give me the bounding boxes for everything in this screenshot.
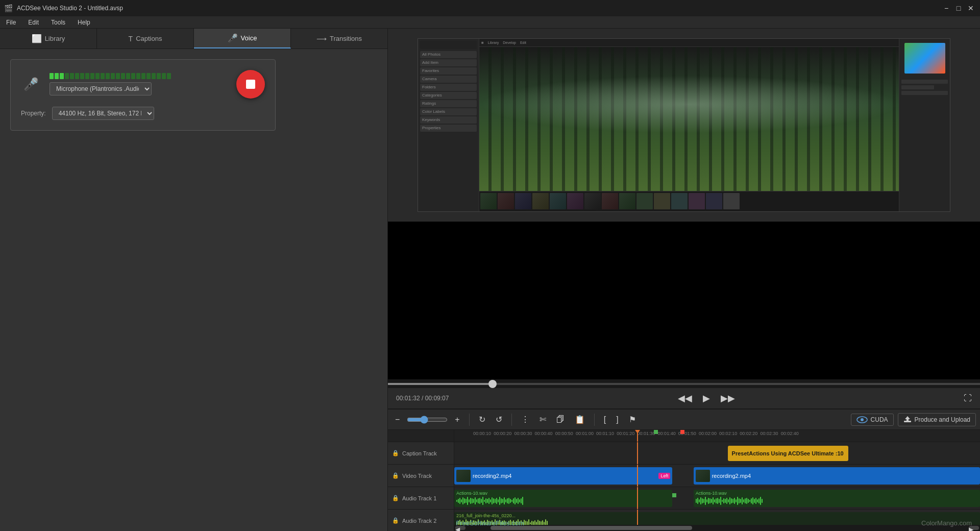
stop-icon (246, 80, 255, 89)
produce-upload-label: Produce and Upload (915, 416, 970, 423)
record-stop-button[interactable] (236, 70, 265, 99)
tab-captions[interactable]: T Captions (97, 29, 194, 49)
level-bar-12 (106, 73, 110, 79)
menu-tools[interactable]: Tools (49, 18, 67, 27)
progress-bar[interactable] (388, 380, 980, 388)
tab-transitions[interactable]: ⟶ Transitions (291, 29, 387, 49)
maximize-button[interactable]: □ (953, 3, 964, 13)
produce-upload-button[interactable]: Produce and Upload (898, 413, 976, 426)
property-row: Property: 44100 Hz, 16 Bit, Stereo, 172 … (21, 107, 265, 120)
mini-sidebar-item-2: All Photos (420, 51, 477, 58)
paste-button[interactable]: 📋 (572, 413, 588, 426)
play-button[interactable]: ▶ (698, 390, 715, 406)
property-select[interactable]: 44100 Hz, 16 Bit, Stereo, 172 kb/s (52, 107, 154, 120)
split-button[interactable]: ⋮ (518, 413, 532, 426)
zoom-slider[interactable] (407, 416, 448, 424)
thumb-2 (498, 193, 514, 209)
mark-out-button[interactable]: ] (613, 413, 621, 426)
scroll-left-arrow[interactable]: ◀ (455, 526, 465, 530)
time-display: 00:01:32 / 00:09:07 (396, 395, 449, 402)
playback-control-buttons: ◀◀ ▶ ▶▶ (676, 390, 737, 406)
mini-sidebar-item-9: Color Labels (420, 108, 477, 115)
microphone-dropdown[interactable]: Microphone (Plantronics .Audio 655 DSP) (50, 82, 152, 95)
toolbar-separator-1 (469, 414, 470, 426)
thumb-4 (532, 193, 549, 209)
level-bar-15 (121, 73, 125, 79)
time-separator: / (422, 395, 425, 402)
thumb-5 (550, 193, 566, 209)
audio-track-1-name: Audio Track 1 (402, 495, 436, 501)
thumb-14 (706, 193, 722, 209)
main-layout: ⬜ Library T Captions 🎤 Voice ⟶ Transitio… (0, 29, 980, 531)
cuda-button[interactable]: CUDA (851, 414, 894, 426)
audio2-label: 216_full_join-the-45s_0220... (456, 513, 978, 518)
timeline-content: 00:00:10 00:00:20 00:00:30 00:00:40 00:0… (454, 430, 980, 531)
audio-track-1-label: 🔒 Audio Track 1 (388, 487, 454, 510)
audio-clip-2[interactable]: Actions-10.wav (694, 490, 980, 507)
upload-icon (903, 416, 912, 424)
undo-button[interactable]: ↻ (476, 413, 488, 426)
menubar: File Edit Tools Help (0, 16, 980, 29)
menu-file[interactable]: File (4, 18, 18, 27)
library-icon: ⬜ (32, 34, 42, 43)
preview-screenshot-inner: All Photos Add Item Favorites Camera Fol… (418, 38, 950, 212)
cut-button[interactable]: ✄ (536, 413, 549, 426)
video-clip-2-label: recording2.mp4 (712, 473, 751, 479)
progress-handle[interactable] (488, 380, 497, 388)
mic-row: 🎤 (21, 70, 265, 99)
audio-clip-1[interactable]: Actions-10.wav (454, 490, 672, 507)
right-panel: All Photos Add Item Favorites Camera Fol… (388, 29, 980, 531)
level-bar-24 (167, 73, 171, 79)
step-forward-button[interactable]: ▶▶ (719, 391, 737, 406)
mark-in-button[interactable]: [ (601, 413, 609, 426)
svg-rect-2 (904, 421, 911, 422)
audio-track-2-name: Audio Track 2 (402, 518, 436, 524)
ruler-playhead (637, 430, 638, 442)
add-button[interactable]: + (452, 413, 462, 426)
thumb-12 (671, 193, 688, 209)
close-button[interactable]: ✕ (966, 3, 976, 13)
menu-help[interactable]: Help (76, 18, 92, 27)
level-bar-13 (111, 73, 115, 79)
scrollbar-thumb[interactable] (491, 526, 692, 530)
caption-segment[interactable]: PresetActions Using ACDSee Ultimate :10 (728, 446, 849, 461)
mini-sidebar-item-8: Ratings (420, 100, 477, 107)
level-bar-8 (85, 73, 89, 79)
scroll-right-arrow[interactable]: ▶ (969, 526, 979, 530)
current-time: 00:01:32 (396, 395, 420, 402)
mini-sidebar-item-7: Categories (420, 92, 477, 99)
menu-edit[interactable]: Edit (26, 18, 41, 27)
timeline-scrollbar[interactable]: ◀ ▶ (454, 525, 980, 531)
minimize-button[interactable]: − (941, 3, 951, 13)
tab-library[interactable]: ⬜ Library (0, 29, 97, 49)
preview-bottom (388, 222, 980, 379)
video-clip-1[interactable]: recording2.mp4 Left (454, 467, 672, 485)
level-bar-7 (80, 73, 84, 79)
audio2-clip-1[interactable]: 216_full_join-the-45s_0220... (454, 512, 980, 525)
left-panel: ⬜ Library T Captions 🎤 Voice ⟶ Transitio… (0, 29, 388, 531)
thumb-9 (619, 193, 635, 209)
audio1-lock-icon: 🔒 (392, 495, 399, 501)
step-back-button[interactable]: ◀◀ (676, 391, 694, 406)
redo-button[interactable]: ↺ (493, 413, 505, 426)
video-clip-2[interactable]: recording2.mp4 (694, 467, 980, 485)
tab-voice[interactable]: 🎤 Voice (194, 29, 291, 49)
copy-button[interactable]: 🗍 (553, 413, 568, 426)
fullscreen-button[interactable]: ⛶ (964, 394, 972, 403)
mini-sidebar-item-4: Favorites (420, 67, 477, 75)
timeline-tracks: 🔒 Caption Track 🔒 Video Track 🔒 Audio Tr… (388, 430, 980, 531)
mini-filmstrip (479, 191, 899, 211)
bookmark-button[interactable]: ⚑ (626, 413, 639, 426)
level-bar-1 (50, 73, 54, 79)
tab-library-label: Library (45, 35, 65, 42)
playback-bar: 00:01:32 / 00:09:07 ◀◀ ▶ ▶▶ ⛶ (388, 379, 980, 408)
preview-area: All Photos Add Item Favorites Camera Fol… (388, 29, 980, 408)
level-bar-10 (95, 73, 100, 79)
caption-track-row: PresetActions Using ACDSee Ultimate :10 (454, 442, 980, 465)
mini-sidebar-item-10: Keywords (420, 116, 477, 124)
audio2-playhead (637, 510, 638, 525)
level-bar-6 (75, 73, 79, 79)
level-bar-19 (141, 73, 145, 79)
voice-panel: 🎤 (0, 49, 387, 531)
remove-button[interactable]: − (392, 413, 403, 426)
